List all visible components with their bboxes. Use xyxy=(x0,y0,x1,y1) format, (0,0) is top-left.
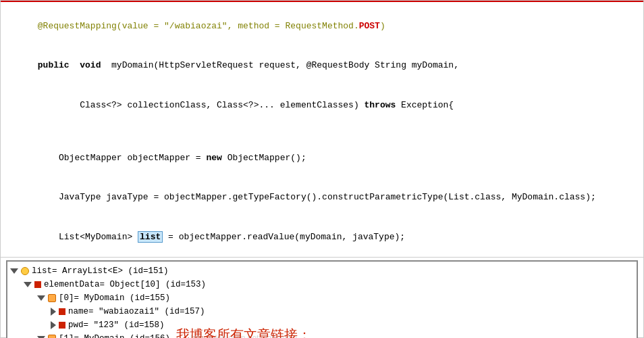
warning-icon-6 xyxy=(48,335,56,339)
expand-icon-4[interactable] xyxy=(51,308,56,316)
tree-row-2[interactable]: elementData= Object[10] (id=153) xyxy=(10,278,634,291)
code-line-1: @RequestMapping(value = "/wabiaozai", me… xyxy=(6,6,638,46)
watermark: http://blog.csdn.net/wabiaozia xyxy=(190,332,297,338)
tree-row-4[interactable]: name= "wabiaozai1" (id=157) xyxy=(10,305,634,318)
debug-tree: list= ArrayList<E> (id=151) elementData=… xyxy=(6,260,638,339)
expand-icon-5[interactable] xyxy=(51,321,56,329)
node-icon-5 xyxy=(59,322,65,329)
code-area: @RequestMapping(value = "/wabiaozai", me… xyxy=(1,1,643,258)
code-line-5: ObjectMapper objectMapper = new ObjectMa… xyxy=(6,138,638,178)
expand-icon-2[interactable] xyxy=(24,282,32,287)
post-keyword: POST xyxy=(359,21,380,31)
tree-row-3[interactable]: [0]= MyDomain (id=155) xyxy=(10,291,634,305)
expand-icon-6[interactable] xyxy=(37,336,45,339)
tree-label-6: [1]= MyDomain (id=156) xyxy=(59,332,170,339)
code-line-blank xyxy=(6,125,638,139)
public-kw: public xyxy=(38,60,70,70)
code-line-2: public void myDomain(HttpServletRequest … xyxy=(6,46,638,86)
annotation: @RequestMapping(value = "/wabiaozai", me… xyxy=(38,21,359,31)
warning-icon-3 xyxy=(48,294,56,302)
void-kw: void xyxy=(80,60,101,70)
tree-label-4: name= "wabiaozai1" (id=157) xyxy=(68,305,205,318)
tree-label-1: list= ArrayList<E> (id=151) xyxy=(32,264,169,278)
code-line-7: List<MyDomain> list = objectMapper.readV… xyxy=(6,217,638,257)
tree-label-2: elementData= Object[10] (id=153) xyxy=(44,278,206,291)
tree-row-6[interactable]: [1]= MyDomain (id=156) http://blog.csdn.… xyxy=(10,332,634,339)
tree-label-3: [0]= MyDomain (id=155) xyxy=(59,291,170,305)
list-variable: list xyxy=(138,231,163,243)
tree-label-5: pwd= "123" (id=158) xyxy=(68,318,165,332)
node-icon-4 xyxy=(59,308,65,315)
expand-icon-1[interactable] xyxy=(10,268,18,274)
main-container: @RequestMapping(value = "/wabiaozai", me… xyxy=(0,0,644,338)
tree-row-5[interactable]: pwd= "123" (id=158) xyxy=(10,318,634,332)
tree-row-1[interactable]: list= ArrayList<E> (id=151) xyxy=(10,264,634,278)
throws-kw: throws xyxy=(365,100,396,110)
code-line-6: JavaType javaType = objectMapper.getType… xyxy=(6,178,638,218)
node-icon-1 xyxy=(21,267,29,275)
annotation-close: ) xyxy=(380,21,385,31)
code-line-3: Class<?> collectionClass, Class<?>... el… xyxy=(6,85,638,125)
expand-icon-3[interactable] xyxy=(37,295,45,301)
node-icon-2 xyxy=(34,281,41,288)
